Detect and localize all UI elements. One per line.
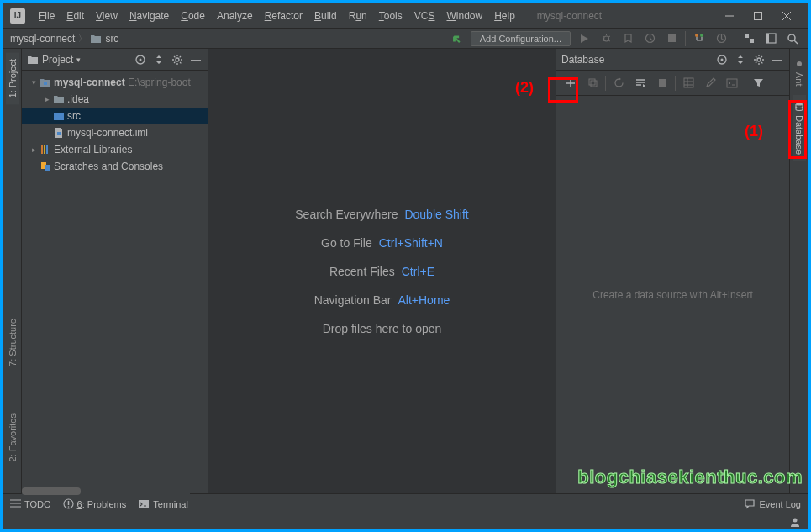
svg-rect-11 [668, 34, 676, 42]
file-icon [52, 127, 66, 139]
project-panel-title-dropdown[interactable]: Project ▾ [27, 54, 81, 66]
editor-area[interactable]: Search Everywhere Double Shift Go to Fil… [208, 49, 556, 493]
terminal-icon [138, 499, 150, 509]
window-title: mysql-connect [520, 10, 715, 22]
settings-icon[interactable] [752, 53, 766, 66]
refresh-icon[interactable] [609, 74, 628, 92]
tree-node-src[interactable]: src [22, 108, 208, 124]
layout-icon[interactable] [762, 30, 779, 47]
svg-point-13 [700, 34, 703, 37]
menu-analyze[interactable]: Analyze [212, 7, 258, 25]
minimize-button[interactable] [715, 3, 744, 29]
separator [675, 76, 676, 91]
menu-code[interactable]: Code [176, 7, 210, 25]
ant-icon [794, 59, 804, 69]
status-todo[interactable]: TODO [10, 499, 51, 509]
hint-search-everywhere: Search Everywhere Double Shift [295, 208, 468, 221]
folder-icon [90, 34, 102, 44]
svg-rect-39 [684, 78, 693, 87]
status-terminal[interactable]: Terminal [138, 499, 188, 509]
tab-database[interactable]: Database [793, 95, 806, 161]
dropdown-arrow-icon: ▾ [76, 55, 81, 64]
hide-panel-icon[interactable]: — [189, 53, 203, 66]
separator [745, 76, 745, 91]
add-datasource-button[interactable] [561, 74, 580, 92]
tab-ant[interactable]: Ant [793, 52, 806, 93]
admin-icon[interactable] [789, 516, 801, 528]
git-icon[interactable] [691, 30, 708, 47]
duplicate-icon[interactable] [583, 74, 602, 92]
settings-icon[interactable] [171, 53, 184, 66]
statusbar: TODO 6: Problems Terminal Event Log [3, 493, 808, 514]
tab-favorites[interactable]: 2: Favorites [6, 407, 19, 468]
menu-window[interactable]: Window [441, 7, 487, 25]
edit-icon[interactable] [701, 74, 719, 92]
scrollbar-thumb[interactable] [22, 487, 81, 495]
profile-icon[interactable] [641, 30, 658, 47]
status-event-log[interactable]: Event Log [744, 498, 801, 509]
select-opened-file-icon[interactable] [134, 53, 147, 66]
expand-all-icon[interactable] [152, 53, 166, 66]
menu-tools[interactable]: Tools [374, 7, 408, 25]
svg-rect-18 [766, 34, 769, 43]
hammer-icon[interactable] [449, 30, 466, 47]
breadcrumb-project[interactable]: mysql-connect [10, 33, 75, 45]
svg-rect-27 [44, 145, 45, 154]
stop-icon[interactable] [663, 30, 680, 47]
svg-rect-36 [589, 79, 595, 85]
svg-rect-37 [591, 81, 597, 87]
tree-node-scratches[interactable]: Scratches and Consoles [22, 158, 208, 175]
breadcrumb-src[interactable]: src [105, 33, 118, 45]
tree-node-idea[interactable]: ▸ .idea [22, 91, 208, 108]
menu-edit[interactable]: Edit [61, 7, 89, 25]
tab-project[interactable]: 1: Project [6, 52, 19, 104]
search-icon[interactable] [784, 30, 801, 47]
right-tool-strip: Ant Database [789, 49, 808, 493]
debug-icon[interactable] [598, 30, 614, 47]
status-problems[interactable]: 6: Problems [63, 498, 127, 509]
tree-node-iml[interactable]: mysql-connect.iml [22, 124, 208, 141]
expand-arrow-icon[interactable]: ▾ [29, 78, 39, 87]
expand-arrow-icon[interactable]: ▸ [29, 145, 39, 154]
svg-rect-38 [659, 79, 666, 87]
svg-rect-26 [41, 145, 43, 154]
expand-all-icon[interactable] [734, 53, 747, 66]
menu-vcs[interactable]: VCS [409, 7, 440, 25]
structure-icon[interactable] [740, 30, 757, 47]
svg-line-9 [608, 40, 610, 41]
menu-refactor[interactable]: Refactor [260, 7, 308, 25]
project-tree[interactable]: ▾ mysql-connect E:\spring-boot ▸ .idea [22, 71, 208, 493]
horizontal-scrollbar[interactable] [22, 487, 190, 495]
run-icon[interactable] [576, 30, 592, 47]
svg-line-20 [794, 40, 798, 44]
table-icon[interactable] [679, 74, 698, 92]
maximize-button[interactable] [744, 3, 772, 29]
menu-run[interactable]: Run [344, 7, 372, 25]
jump-to-query-icon[interactable] [631, 74, 650, 92]
menu-view[interactable]: View [91, 7, 123, 25]
filter-icon[interactable] [749, 74, 767, 92]
close-button[interactable] [772, 3, 801, 29]
expand-arrow-icon[interactable]: ▸ [42, 95, 52, 103]
select-opened-icon[interactable] [715, 53, 729, 66]
main-menu: File Edit View Navigate Code Analyze Ref… [34, 7, 520, 25]
hint-recent-files: Recent Files Ctrl+E [329, 265, 434, 278]
project-panel-header: Project ▾ — [22, 49, 208, 71]
add-configuration-button[interactable]: Add Configuration... [471, 31, 571, 46]
coverage-icon[interactable] [619, 30, 636, 47]
menu-build[interactable]: Build [309, 7, 342, 25]
tab-structure[interactable]: 7: Structure [6, 312, 19, 373]
svg-rect-30 [45, 165, 50, 171]
tree-node-root[interactable]: ▾ mysql-connect E:\spring-boot [22, 74, 208, 91]
console-icon[interactable] [723, 74, 741, 92]
menu-navigate[interactable]: Navigate [124, 7, 174, 25]
menu-file[interactable]: File [34, 7, 60, 25]
stop-icon[interactable] [653, 74, 671, 92]
database-toolbar [556, 71, 789, 96]
update-icon[interactable] [713, 30, 729, 47]
tree-node-external-libraries[interactable]: ▸ External Libraries [22, 141, 208, 158]
database-body[interactable]: Create a data source with Alt+Insert [556, 96, 789, 493]
menu-help[interactable]: Help [489, 7, 520, 25]
hide-panel-icon[interactable]: — [771, 53, 784, 66]
separator [685, 31, 686, 46]
